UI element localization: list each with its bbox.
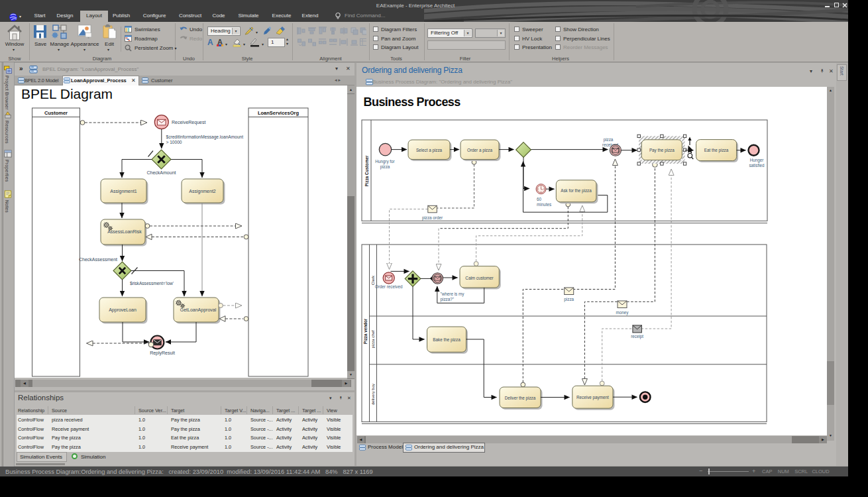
svg-text:Receive payment: Receive payment xyxy=(576,395,609,400)
svg-text:receipt: receipt xyxy=(631,334,643,339)
svg-text:AssessLoanRisk: AssessLoanRisk xyxy=(107,229,142,234)
svg-text:GetLoanApproval: GetLoanApproval xyxy=(180,307,217,313)
svg-text:> 10000: > 10000 xyxy=(166,140,182,144)
svg-text:Hungry for: Hungry for xyxy=(375,159,394,164)
svg-text:minutes: minutes xyxy=(537,202,551,207)
svg-text:LoanServicesOrg: LoanServicesOrg xyxy=(258,110,299,116)
svg-text:Pizza Customer: Pizza Customer xyxy=(364,155,369,186)
svg-text:pizza?": pizza?" xyxy=(441,297,454,302)
svg-text:BPEL Diagram: BPEL Diagram xyxy=(21,86,113,101)
svg-text:delivery boy: delivery boy xyxy=(371,384,375,405)
svg-text:pizza: pizza xyxy=(564,297,574,302)
svg-text:pizza: pizza xyxy=(604,137,614,142)
svg-text:ReplyResult: ReplyResult xyxy=(150,351,175,356)
svg-text:Clerk: Clerk xyxy=(371,275,375,285)
svg-text:Pay the pizza: Pay the pizza xyxy=(649,148,675,153)
svg-text:pizza order: pizza order xyxy=(422,215,443,221)
svg-text:pizza chef: pizza chef xyxy=(371,330,375,348)
svg-text:CheckAssessment: CheckAssessment xyxy=(79,257,117,262)
svg-text:60: 60 xyxy=(537,197,542,201)
svg-text:ApproveLoan: ApproveLoan xyxy=(109,307,136,313)
svg-text:money: money xyxy=(616,310,629,315)
svg-text:ReceiveRequest: ReceiveRequest xyxy=(172,120,205,125)
svg-text:satisfied: satisfied xyxy=(749,163,765,168)
svg-text:$riskAssessment='low': $riskAssessment='low' xyxy=(130,281,174,286)
svg-text:Deliver the pizza: Deliver the pizza xyxy=(505,396,536,401)
svg-text:pizza: pizza xyxy=(380,164,390,170)
svg-text:Ask for the pizza: Ask for the pizza xyxy=(561,188,592,193)
svg-text:"where is my: "where is my xyxy=(441,292,465,297)
svg-text:Hunger: Hunger xyxy=(750,158,764,163)
svg-text:Assignment1: Assignment1 xyxy=(110,189,137,194)
svg-text:Order a pizza: Order a pizza xyxy=(467,148,492,153)
svg-text:Assignment2: Assignment2 xyxy=(189,189,216,194)
svg-text:Calm customer: Calm customer xyxy=(465,276,493,280)
svg-text:Order received: Order received xyxy=(375,284,403,289)
svg-text:Eat the pizza: Eat the pizza xyxy=(704,148,729,153)
svg-text:Customer: Customer xyxy=(44,110,68,116)
svg-text:Bake the pizza: Bake the pizza xyxy=(433,337,461,343)
svg-text:Business Process: Business Process xyxy=(364,95,461,109)
svg-text:Select a pizza: Select a pizza xyxy=(416,148,443,153)
svg-text:CheckAmount: CheckAmount xyxy=(147,170,176,175)
svg-text:$creditInformationMessage.loan: $creditInformationMessage.loanAmount xyxy=(166,135,244,140)
svg-text:Pizza vendor: Pizza vendor xyxy=(363,318,368,344)
